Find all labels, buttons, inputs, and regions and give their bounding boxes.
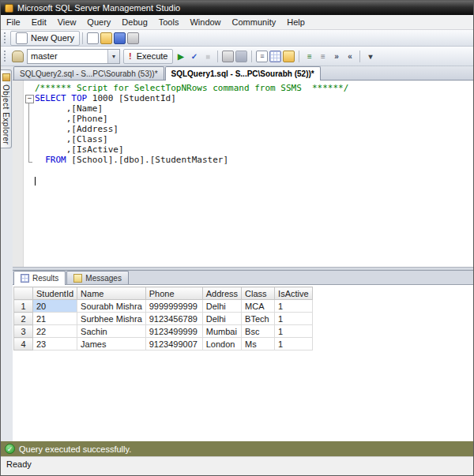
grid-cell[interactable]: Sachin <box>77 325 146 338</box>
grid-cell[interactable]: 22 <box>33 325 77 338</box>
grid-cell[interactable]: 1 <box>275 325 313 338</box>
results-grid: StudentIdNamePhoneAddressClassIsActive 1… <box>13 287 313 350</box>
cancel-query-icon[interactable]: ■ <box>201 51 213 62</box>
document-tab-1[interactable]: SQLQuery2.sql - S...PC\Sourabh (53))* <box>13 66 164 80</box>
menu-debug[interactable]: Debug <box>116 15 152 30</box>
comment-icon[interactable]: ≡ <box>303 51 315 62</box>
grid-cell[interactable]: 9999999999 <box>145 300 202 313</box>
save-icon[interactable] <box>114 32 126 44</box>
grid-cell[interactable]: 21 <box>33 313 77 325</box>
grid-corner[interactable] <box>14 287 33 300</box>
grid-cell[interactable]: 9123499007 <box>145 338 202 350</box>
grid-cell[interactable]: 1 <box>275 300 313 313</box>
grid-cell[interactable]: Surbhee Mishra <box>77 313 146 325</box>
menu-query[interactable]: Query <box>81 15 116 30</box>
open-file-icon[interactable] <box>100 32 112 44</box>
grid-cell[interactable]: Delhi <box>202 300 241 313</box>
results-tab-label: Messages <box>85 274 122 283</box>
column-header-studentid[interactable]: StudentId <box>33 287 77 300</box>
grid-row-1: 120Sourabh Mishra9999999999DelhiMCA1 <box>14 300 313 313</box>
code-line-4[interactable]: ,[Phone] <box>24 114 473 124</box>
results-tab-results[interactable]: Results <box>13 271 66 285</box>
intellisense-icon[interactable] <box>235 51 247 62</box>
grid-cell[interactable]: Sourabh Mishra <box>77 300 146 313</box>
results-to-grid-icon[interactable] <box>269 51 281 62</box>
menu-help[interactable]: Help <box>281 15 310 30</box>
grid-row-2: 221Surbhee Mishra9123456789DelhiBTech1 <box>14 313 313 325</box>
menu-window[interactable]: Window <box>184 15 226 30</box>
column-header-phone[interactable]: Phone <box>145 287 202 300</box>
combo-dropdown-icon[interactable]: ▾ <box>107 50 119 63</box>
code-line-8[interactable]: FROM [School].[dbo].[StudentMaster] <box>24 155 473 165</box>
toolbar-standard: New Query <box>1 30 473 47</box>
row-header-4[interactable]: 4 <box>14 338 33 350</box>
code-text <box>35 175 36 186</box>
menu-community[interactable]: Community <box>227 15 282 30</box>
sql-editor[interactable]: /****** Script for SelectTopNRows comman… <box>13 81 473 267</box>
print-icon[interactable] <box>127 32 139 44</box>
grid-cell[interactable]: BTech <box>242 313 275 325</box>
code-line-2[interactable]: SELECT TOP 1000 [StudentId] <box>24 93 473 103</box>
menu-tools[interactable]: Tools <box>153 15 185 30</box>
menu-edit[interactable]: Edit <box>26 15 52 30</box>
grid-cell[interactable]: 23 <box>33 338 77 350</box>
database-combo[interactable]: master ▾ <box>27 49 120 64</box>
parse-check-icon[interactable]: ✓ <box>188 51 200 62</box>
fold-collapse-icon[interactable] <box>24 93 35 103</box>
outdent-icon[interactable]: « <box>344 51 356 62</box>
execute-button[interactable]: ! Execute <box>123 49 173 64</box>
fold-margin <box>24 103 35 114</box>
grid-cell[interactable]: Mumbai <box>202 325 241 338</box>
code-line-1[interactable]: /****** Script for SelectTopNRows comman… <box>24 83 473 93</box>
results-pane: ResultsMessages StudentIdNamePhoneAddres… <box>13 271 473 441</box>
column-header-isactive[interactable]: IsActive <box>275 287 313 300</box>
new-database-query-icon[interactable] <box>87 32 99 44</box>
results-to-text-icon[interactable] <box>256 51 268 62</box>
query-options-icon[interactable] <box>222 51 234 62</box>
indent-icon[interactable]: » <box>330 51 342 62</box>
results-to-file-icon[interactable] <box>283 51 295 62</box>
row-header-2[interactable]: 2 <box>14 313 33 325</box>
code-line-7[interactable]: ,[IsActive] <box>24 144 473 155</box>
grid-cell[interactable]: James <box>77 338 146 350</box>
code-line-3[interactable]: ,[Name] <box>24 103 473 114</box>
object-explorer-tab[interactable]: Object Explorer <box>1 69 12 148</box>
grid-cell[interactable]: 1 <box>275 313 313 325</box>
column-header-class[interactable]: Class <box>242 287 275 300</box>
uncomment-icon[interactable]: ≡ <box>317 51 329 62</box>
code-line-9[interactable] <box>24 165 473 175</box>
messages-icon <box>73 274 82 283</box>
code-line-6[interactable]: ,[Class] <box>24 134 473 144</box>
grid-cell[interactable]: 9123456789 <box>145 313 202 325</box>
toolbar-grip[interactable] <box>4 32 7 43</box>
available-databases-icon[interactable] <box>12 51 24 62</box>
grid-cell[interactable]: Delhi <box>202 313 241 325</box>
row-header-3[interactable]: 3 <box>14 325 33 338</box>
window-title: Microsoft SQL Server Management Studio <box>17 3 180 13</box>
menu-file[interactable]: File <box>1 15 26 30</box>
column-header-address[interactable]: Address <box>202 287 241 300</box>
grid-cell[interactable]: Ms <box>242 338 275 350</box>
grid-cell[interactable]: 9123499999 <box>145 325 202 338</box>
new-query-button[interactable]: New Query <box>10 31 80 46</box>
toolbar-grip[interactable] <box>4 51 7 62</box>
execute-label: Execute <box>137 51 168 61</box>
results-tab-strip: ResultsMessages <box>13 271 473 285</box>
column-header-name[interactable]: Name <box>77 287 146 300</box>
grid-cell[interactable]: 1 <box>275 338 313 350</box>
grid-cell[interactable]: 20 <box>33 300 77 313</box>
grid-cell[interactable]: London <box>202 338 241 350</box>
results-tab-messages[interactable]: Messages <box>66 271 129 284</box>
code-line-10[interactable] <box>24 175 473 186</box>
document-tab-2[interactable]: SQLQuery1.sql - S...PC\Sourabh (52))* <box>165 66 321 81</box>
menu-bar: FileEditViewQueryDebugToolsWindowCommuni… <box>1 15 473 30</box>
grid-cell[interactable]: Bsc <box>242 325 275 338</box>
row-header-1[interactable]: 1 <box>14 300 33 313</box>
debug-play-icon[interactable]: ▶ <box>175 51 186 62</box>
menu-view[interactable]: View <box>52 15 82 30</box>
toolbar-options-icon[interactable]: ▾ <box>364 51 376 62</box>
toolbar-standard-icons <box>87 32 139 44</box>
grid-cell[interactable]: MCA <box>242 300 275 313</box>
sql-code: /****** Script for SelectTopNRows comman… <box>13 81 473 186</box>
code-line-5[interactable]: ,[Address] <box>24 124 473 134</box>
